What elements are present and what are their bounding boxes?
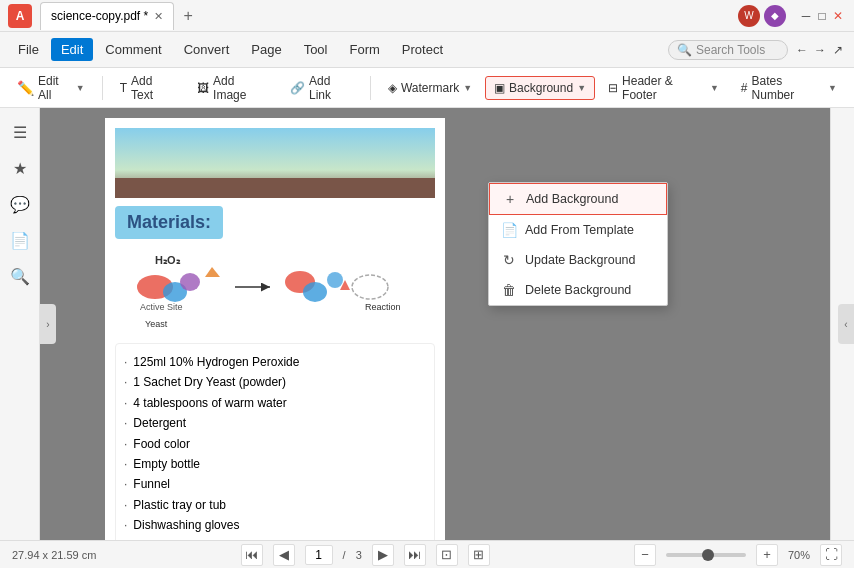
background-icon: ▣ — [494, 81, 505, 95]
add-link-btn[interactable]: 🔗 Add Link — [281, 69, 362, 107]
sidebar-comment-icon[interactable]: 💬 — [4, 188, 36, 220]
svg-text:Active Site: Active Site — [140, 302, 183, 312]
bullet: · — [124, 413, 127, 433]
external-link-icon[interactable]: ↗ — [830, 42, 846, 58]
template-icon: 📄 — [501, 222, 517, 238]
zoom-thumb — [702, 549, 714, 561]
new-tab-btn[interactable]: + — [176, 4, 200, 28]
item-text: Safty goggles — [133, 536, 206, 540]
svg-point-11 — [303, 282, 327, 302]
add-text-btn[interactable]: T Add Text — [111, 69, 184, 107]
item-text: Dishwashing gloves — [133, 515, 239, 535]
menu-protect[interactable]: Protect — [392, 38, 453, 61]
main-content: ☰ ★ 💬 📄 🔍 › Materials: H₂O₂ — [0, 108, 854, 540]
background-btn[interactable]: ▣ Background ▼ — [485, 76, 595, 100]
tab-close-btn[interactable]: ✕ — [154, 10, 163, 23]
materials-header: Materials: — [115, 206, 223, 239]
bullet: · — [124, 515, 127, 535]
add-image-label: Add Image — [213, 74, 268, 102]
edit-all-arrow: ▼ — [76, 83, 85, 93]
zoom-out-btn[interactable]: − — [634, 544, 656, 566]
back-btn[interactable]: ← — [794, 42, 810, 58]
item-text: Empty bottle — [133, 454, 200, 474]
item-text: 4 tablespoons of warm water — [133, 393, 286, 413]
collapse-right-btn[interactable]: ‹ — [838, 304, 854, 344]
first-page-btn[interactable]: ⏮ — [241, 544, 263, 566]
document-tab[interactable]: science-copy.pdf * ✕ — [40, 2, 174, 30]
bullet: · — [124, 393, 127, 413]
titlebar: A science-copy.pdf * ✕ + W ◆ ─ □ ✕ — [0, 0, 854, 32]
list-item: · Safty goggles — [124, 536, 426, 540]
watermark-label: Watermark — [401, 81, 459, 95]
maximize-btn[interactable]: □ — [814, 8, 830, 24]
bates-label: Bates Number — [752, 74, 825, 102]
page-separator: / — [343, 549, 346, 561]
update-icon: ↻ — [501, 252, 517, 268]
sidebar-page-icon[interactable]: 📄 — [4, 224, 36, 256]
menu-tool[interactable]: Tool — [294, 38, 338, 61]
edit-icon: ✏️ — [17, 80, 34, 96]
sidebar-left: ☰ ★ 💬 📄 🔍 — [0, 108, 40, 540]
edit-all-btn[interactable]: ✏️ Edit All ▼ — [8, 69, 94, 107]
add-image-btn[interactable]: 🖼 Add Image — [188, 69, 277, 107]
collapse-left-btn[interactable]: › — [40, 304, 56, 344]
svg-text:A: A — [16, 9, 25, 23]
list-item: · Empty bottle — [124, 454, 426, 474]
sidebar-menu-icon[interactable]: ☰ — [4, 116, 36, 148]
bullet: · — [124, 434, 127, 454]
svg-text:Yeast: Yeast — [145, 319, 168, 329]
menu-form[interactable]: Form — [339, 38, 389, 61]
minimize-btn[interactable]: ─ — [798, 8, 814, 24]
menu-convert[interactable]: Convert — [174, 38, 240, 61]
image-icon: 🖼 — [197, 81, 209, 95]
svg-point-12 — [327, 272, 343, 288]
fullscreen-btn[interactable]: ⛶ — [820, 544, 842, 566]
page-total: 3 — [356, 549, 362, 561]
menu-page[interactable]: Page — [241, 38, 291, 61]
bullet: · — [124, 474, 127, 494]
menu-comment[interactable]: Comment — [95, 38, 171, 61]
menu-file[interactable]: File — [8, 38, 49, 61]
svg-text:H₂O₂: H₂O₂ — [155, 254, 181, 266]
sidebar-search-icon[interactable]: 🔍 — [4, 260, 36, 292]
delete-background-item[interactable]: 🗑 Delete Background — [489, 275, 667, 305]
header-footer-arrow: ▼ — [710, 83, 719, 93]
last-page-btn[interactable]: ⏭ — [404, 544, 426, 566]
close-btn[interactable]: ✕ — [830, 8, 846, 24]
bates-icon: # — [741, 81, 748, 95]
add-from-template-item[interactable]: 📄 Add From Template — [489, 215, 667, 245]
separator-1 — [102, 76, 103, 100]
item-text: 125ml 10% Hydrogen Peroxide — [133, 352, 299, 372]
menu-edit[interactable]: Edit — [51, 38, 93, 61]
add-template-label: Add From Template — [525, 223, 634, 237]
add-text-icon: T — [120, 81, 127, 95]
forward-btn[interactable]: → — [812, 42, 828, 58]
list-item: · Dishwashing gloves — [124, 515, 426, 535]
prev-page-btn[interactable]: ◀ — [273, 544, 295, 566]
sidebar-bookmark-icon[interactable]: ★ — [4, 152, 36, 184]
zoom-level: 70% — [788, 549, 810, 561]
add-link-label: Add Link — [309, 74, 353, 102]
separator-2 — [370, 76, 371, 100]
next-page-btn[interactable]: ▶ — [372, 544, 394, 566]
add-background-item[interactable]: + Add Background — [489, 183, 667, 215]
bullet: · — [124, 372, 127, 392]
fit-page-btn[interactable]: ⊡ — [436, 544, 458, 566]
pdf-page-left: Materials: H₂O₂ Active Site Yeast — [105, 118, 445, 540]
header-footer-btn[interactable]: ⊟ Header & Footer ▼ — [599, 69, 728, 107]
search-label: Search Tools — [696, 43, 765, 57]
page-number-input[interactable] — [305, 545, 333, 565]
watermark-btn[interactable]: ◈ Watermark ▼ — [379, 76, 481, 100]
svg-point-5 — [180, 273, 200, 291]
fit-width-btn[interactable]: ⊞ — [468, 544, 490, 566]
list-item: · Food color — [124, 434, 426, 454]
edit-all-label: Edit All — [38, 74, 72, 102]
list-item: · 125ml 10% Hydrogen Peroxide — [124, 352, 426, 372]
zoom-in-btn[interactable]: + — [756, 544, 778, 566]
update-background-item[interactable]: ↻ Update Background — [489, 245, 667, 275]
item-text: 1 Sachet Dry Yeast (powder) — [133, 372, 286, 392]
background-label: Background — [509, 81, 573, 95]
bates-number-btn[interactable]: # Bates Number ▼ — [732, 69, 846, 107]
zoom-slider[interactable] — [666, 553, 746, 557]
bates-arrow: ▼ — [828, 83, 837, 93]
